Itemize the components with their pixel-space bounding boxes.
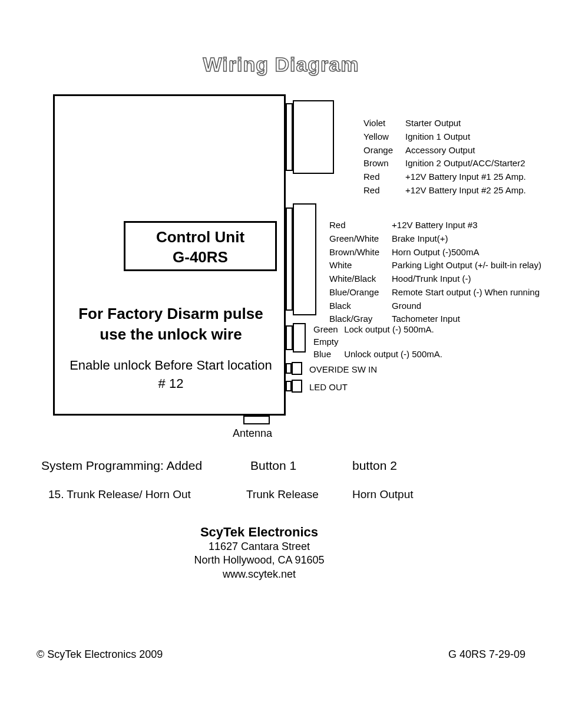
wire-desc: Parking Light Output (+/- built-in relay… — [391, 259, 542, 272]
connector-c-wire-list: Green Lock output (-) 500mA. Empty Blue … — [313, 323, 442, 360]
wire-desc: +12V Battery Input #2 25 Amp. — [405, 185, 527, 197]
wire-desc: Horn Output (-)500mA — [391, 246, 542, 259]
wire-color: Blue/Orange — [329, 286, 390, 299]
wire-desc: +12V Battery Input #1 25 Amp. — [405, 171, 527, 183]
control-unit-line2: G-40RS — [173, 248, 228, 266]
wire-desc: Ignition 2 Output/ACC/Starter2 — [405, 157, 527, 170]
wire-color: Black — [329, 300, 390, 312]
wire-color: White/Black — [329, 273, 390, 285]
wire-color: Yellow — [363, 131, 404, 143]
company-web: www.scytek.net — [0, 568, 518, 581]
control-unit-label-box: Control Unit G-40RS — [124, 221, 277, 271]
company-name: ScyTek Electronics — [0, 525, 518, 540]
wire-desc: Remote Start output (-) When running — [391, 286, 542, 299]
wire-desc: Lock output (-) 500mA. — [344, 324, 434, 334]
wire-desc: +12V Battery Input #3 — [391, 219, 542, 232]
wire-color: Brown — [363, 157, 404, 170]
programming-header-3: button 2 — [352, 459, 397, 473]
override-label: OVERIDE SW IN — [309, 364, 377, 374]
wire-color: Violet — [363, 117, 404, 130]
wire-color: Brown/White — [329, 246, 390, 259]
connector-b-body — [293, 203, 316, 315]
page-title: Wiring Diagram — [0, 53, 562, 76]
connector-a-wire-list: VioletStarter Output YellowIgnition 1 Ou… — [362, 116, 528, 198]
programming-row-button1: Trunk Release — [246, 488, 319, 501]
antenna-label: Antenna — [233, 427, 272, 440]
wire-color: Red — [329, 219, 390, 232]
enable-line1: Enable unlock Before Start location — [70, 358, 272, 373]
antenna-connector — [243, 416, 270, 424]
wire-color: White — [329, 259, 390, 272]
connector-a-outer — [286, 103, 293, 171]
programming-row-item: 15. Trunk Release/ Horn Out — [48, 488, 191, 501]
wire-desc: Unlock output (-) 500mA. — [344, 349, 442, 359]
wire-desc: Hood/Trunk Input (-) — [391, 273, 542, 285]
wire-color: Red — [363, 185, 404, 197]
wire-desc: Brake Input(+) — [391, 233, 542, 245]
connector-b-outer — [286, 207, 293, 311]
connector-a-body — [293, 100, 334, 174]
wire-color: Red — [363, 171, 404, 183]
company-city: North Hollywood, CA 91605 — [0, 554, 518, 567]
connector-c-body — [293, 323, 306, 353]
wire-color: Green — [313, 323, 342, 335]
footer-copyright: © ScyTek Electronics 2009 — [37, 648, 163, 661]
wire-color: Blue — [313, 348, 342, 360]
wire-desc: Accessory Output — [405, 144, 527, 157]
wire-desc: Ground — [391, 300, 542, 312]
wire-color: Green/White — [329, 233, 390, 245]
enable-line2: # 12 — [158, 376, 184, 391]
company-street: 11627 Cantara Street — [0, 540, 518, 554]
factory-disarm-note: For Factory Disarm pulse use the unlock … — [59, 304, 283, 345]
programming-header-1: System Programming: Added — [41, 459, 202, 473]
company-info: ScyTek Electronics 11627 Cantara Street … — [0, 525, 518, 581]
wire-color: Orange — [363, 144, 404, 157]
control-unit-line1: Control Unit — [156, 228, 244, 246]
override-connector — [286, 363, 292, 374]
wire-desc: Starter Output — [405, 117, 527, 130]
enable-unlock-note: Enable unlock Before Start location # 12 — [59, 357, 283, 393]
connector-c-outer — [286, 325, 293, 350]
disarm-line1: For Factory Disarm pulse — [78, 305, 263, 322]
programming-header-2: Button 1 — [250, 459, 296, 473]
led-connector — [286, 381, 292, 391]
override-body — [292, 362, 302, 375]
programming-row-button2: Horn Output — [352, 488, 414, 501]
led-body — [292, 380, 302, 393]
led-label: LED OUT — [309, 382, 348, 392]
wire-desc: Ignition 1 Output — [405, 131, 527, 143]
connector-b-wire-list: Red+12V Battery Input #3 Green/WhiteBrak… — [328, 218, 543, 327]
wire-color: Empty — [313, 335, 342, 348]
disarm-line2: use the unlock wire — [100, 325, 242, 343]
footer-model-date: G 40RS 7-29-09 — [448, 648, 525, 661]
